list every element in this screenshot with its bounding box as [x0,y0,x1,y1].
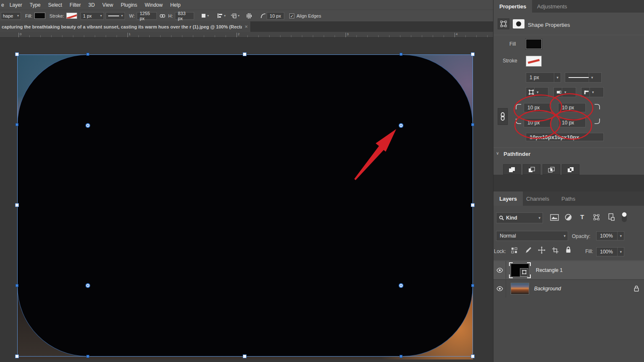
transform-handle-bottom-center[interactable] [243,354,247,358]
path-arrangement-button[interactable]: + ▾ [231,13,239,19]
menu-item-layer[interactable]: Layer [6,2,26,8]
filter-adjustment-layers-icon[interactable] [565,214,572,221]
path-alignment-button[interactable]: ▾ [217,13,226,18]
filter-type-layers-icon[interactable]: T [580,213,584,220]
layer-thumbnail-background[interactable] [511,283,529,295]
opacity-combo[interactable]: 100% ▾ [596,231,624,240]
visibility-cell[interactable] [493,280,506,297]
menu-item-window[interactable]: Window [141,2,166,8]
menu-item-image-partial[interactable]: e [0,2,6,8]
menu-item-type[interactable]: Type [26,2,44,8]
menu-item-3d[interactable]: 3D [85,2,99,8]
filter-pixel-layers-icon[interactable] [550,214,559,221]
stroke-swatch[interactable] [66,13,77,19]
rectangle-shape[interactable] [17,54,473,357]
stroke-width-combo[interactable]: 1 px ▾ [526,72,561,83]
filter-toggle-switch[interactable] [621,212,627,222]
transform-handle-mid-right[interactable] [471,203,475,207]
path-anchor[interactable] [471,123,474,126]
stroke-align-combo[interactable]: ▾ [526,87,548,97]
tab-channels[interactable]: Channels [520,191,555,206]
tab-properties[interactable]: Properties [493,0,532,13]
link-corner-radii-icon[interactable] [498,108,508,125]
pathfinder-subtract-button[interactable] [523,164,540,175]
radius-bottom-left-input[interactable]: 10 px [524,118,551,127]
transform-handle-top-right[interactable] [471,52,475,56]
layer-thumbnail-rectangle[interactable] [509,262,531,278]
corner-radius-handle-bottom-left[interactable] [86,283,90,288]
corner-radius-handle-top-right[interactable] [399,123,403,128]
pathfinder-section-title[interactable]: Pathfinder [504,151,530,157]
pathfinder-intersect-button[interactable] [543,164,560,175]
stroke-corner-combo[interactable]: ▾ [581,87,604,97]
path-anchor[interactable] [16,123,18,126]
stroke-style-combo[interactable]: ▾ [565,72,602,83]
path-anchor[interactable] [471,284,474,287]
layer-name[interactable]: Background [534,286,561,292]
radius-top-left-input[interactable]: 10 px [524,103,551,112]
canvas-area[interactable] [0,38,493,362]
layer-filter-kind-combo[interactable]: Kind ▾ [496,212,543,223]
lock-position-icon[interactable] [538,246,545,254]
lock-all-icon[interactable] [565,246,571,253]
path-anchor[interactable] [16,284,18,287]
stroke-width-combo[interactable]: 1 px ▾ [80,12,104,20]
visibility-cell[interactable] [493,261,506,279]
corner-radius-handle-top-left[interactable] [86,123,90,128]
transform-handle-bottom-right[interactable] [471,354,475,358]
fill-opacity-combo[interactable]: 100% ▾ [596,247,624,256]
menu-item-plugins[interactable]: Plugins [117,2,141,8]
align-edges-checkbox[interactable]: ✓ [289,13,294,18]
tab-adjustments[interactable]: Adjustments [531,0,573,13]
pathfinder-exclude-button[interactable] [562,164,579,175]
transform-handle-bottom-left[interactable] [15,354,19,358]
radius-bottom-right-input[interactable]: 10 px [558,118,586,127]
masks-icon[interactable] [513,19,525,28]
menu-item-view[interactable]: View [99,2,117,8]
blend-mode-combo[interactable]: Normal ▾ [496,231,568,241]
path-operations-button[interactable]: ▾ [201,13,209,18]
tab-layers[interactable]: Layers [493,191,523,206]
stroke-swatch[interactable] [526,56,542,67]
filter-shape-layers-icon[interactable] [593,214,600,221]
corner-radius-handle-bottom-right[interactable] [399,283,403,288]
menu-item-help[interactable]: Help [166,2,184,8]
fill-swatch[interactable] [526,39,542,49]
horizontal-ruler[interactable]: 0 1 2 3 4 [0,32,493,38]
tab-paths[interactable]: Paths [556,191,581,206]
shape-height-input[interactable]: 833 px [175,12,194,20]
stroke-style-combo[interactable]: ▾ [106,12,125,20]
path-anchor[interactable] [86,53,89,56]
live-shape-properties-icon[interactable] [498,18,509,29]
path-anchor[interactable] [400,53,402,56]
transform-handle-top-left[interactable] [15,52,19,56]
radius-summary-field[interactable]: 10px10px10px10px [526,133,604,141]
menu-item-filter[interactable]: Filter [66,2,85,8]
transform-handle-mid-left[interactable] [15,203,19,207]
corner-radius-input[interactable]: 10 px [267,12,284,20]
lock-image-pixels-icon[interactable] [525,247,532,253]
tool-preset-combo[interactable]: hape ▾ [1,12,21,20]
path-anchor[interactable] [400,355,402,358]
stroke-cap-combo[interactable]: ▾ [553,87,576,97]
layer-row-background[interactable]: Background [493,279,644,297]
gear-icon[interactable] [246,13,252,19]
close-icon[interactable]: × [244,23,248,30]
fill-swatch[interactable] [34,13,45,19]
pathfinder-combine-button[interactable] [503,164,521,175]
layer-row-rectangle-1[interactable]: Rectangle 1 [493,261,644,279]
lock-artboard-icon[interactable] [552,247,559,254]
menu-item-select[interactable]: Select [44,2,66,8]
radius-top-right-input[interactable]: 10 px [558,103,586,112]
layer-name[interactable]: Rectangle 1 [536,267,563,273]
solid-line-icon [569,77,589,78]
chevron-down-icon: ▾ [562,88,569,97]
lock-transparent-pixels-icon[interactable] [511,247,517,253]
document-tab[interactable]: capturing the breathtaking beauty of a v… [0,21,250,32]
shape-width-input[interactable]: 1255 px [137,12,157,20]
filter-smart-objects-icon[interactable] [608,213,615,221]
chevron-down-icon[interactable]: ∨ [496,151,499,155]
path-anchor[interactable] [86,355,89,358]
link-dimensions-icon[interactable] [159,14,166,18]
transform-handle-top-center[interactable] [243,52,247,56]
